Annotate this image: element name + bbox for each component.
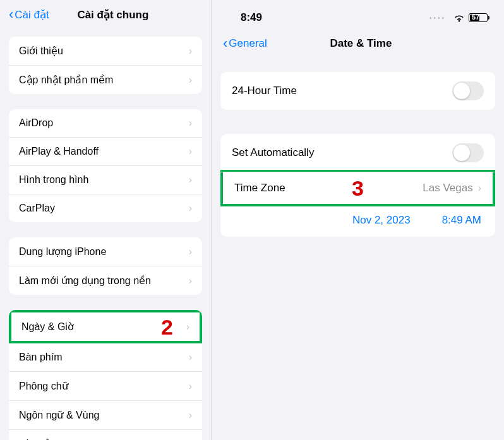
row-language-region[interactable]: Ngôn ngữ & Vùng ›: [9, 401, 202, 430]
chevron-right-icon: ›: [189, 381, 192, 392]
row-iphone-storage[interactable]: Dung lượng iPhone ›: [9, 237, 202, 266]
settings-group-about: Giới thiệu › Cập nhật phần mềm ›: [9, 37, 202, 94]
row-label: Hình trong hình: [19, 174, 189, 186]
toggle-set-automatically[interactable]: [452, 143, 484, 162]
row-pip[interactable]: Hình trong hình ›: [9, 166, 202, 194]
left-scroll[interactable]: Giới thiệu › Cập nhật phần mềm › AirDrop…: [0, 29, 211, 440]
row-dictionary[interactable]: Từ điển ›: [9, 430, 202, 440]
right-title: Date & Time: [229, 37, 493, 50]
row-set-automatically: Set Automatically: [220, 134, 495, 172]
left-settings-pane: ‹ Cài đặt Cài đặt chung Giới thiệu › Cập…: [0, 0, 212, 440]
group-timezone: Set Automatically Time Zone 3 Las Vegas …: [220, 134, 495, 237]
row-date-time[interactable]: Ngày & Giờ 2 ›: [9, 310, 202, 343]
row-label: Time Zone: [234, 182, 423, 194]
settings-group-system: Ngày & Giờ 2 › Bàn phím › Phông chữ › Ng…: [9, 310, 202, 440]
row-label: AirPlay & Handoff: [19, 146, 189, 157]
row-airdrop[interactable]: AirDrop ›: [9, 109, 202, 138]
row-label: 24-Hour Time: [232, 85, 452, 97]
toggle-24-hour[interactable]: [452, 81, 484, 100]
cellular-dots-icon: ••••: [429, 15, 446, 21]
row-fonts[interactable]: Phông chữ ›: [9, 372, 202, 401]
settings-group-storage: Dung lượng iPhone › Làm mới ứng dụng tro…: [9, 237, 202, 295]
row-carplay[interactable]: CarPlay ›: [9, 194, 202, 222]
row-label: Cập nhật phần mềm: [19, 74, 189, 86]
row-label: AirDrop: [19, 117, 189, 129]
status-time: 8:49: [241, 11, 262, 24]
right-date-time-pane: 8:49 •••• 57 ‹ General Date & Time 24-Ho…: [212, 0, 504, 440]
chevron-right-icon: ›: [478, 182, 481, 194]
chevron-left-icon: ‹: [223, 35, 227, 52]
row-airplay[interactable]: AirPlay & Handoff ›: [9, 138, 202, 166]
row-label: Làm mới ứng dụng trong nền: [19, 275, 189, 287]
current-time: 8:49 AM: [442, 214, 481, 227]
row-label: Set Automatically: [232, 146, 452, 159]
chevron-right-icon: ›: [189, 117, 192, 129]
row-background-refresh[interactable]: Làm mới ứng dụng trong nền ›: [9, 266, 202, 295]
row-label: Phông chữ: [19, 380, 189, 392]
settings-group-connectivity: AirDrop › AirPlay & Handoff › Hình trong…: [9, 109, 202, 222]
chevron-right-icon: ›: [189, 45, 192, 57]
wifi-icon: [453, 14, 465, 22]
row-label: Giới thiệu: [19, 45, 189, 57]
row-label: Ngôn ngữ & Vùng: [19, 409, 189, 421]
chevron-right-icon: ›: [186, 321, 189, 333]
current-date: Nov 2, 2023: [352, 214, 411, 227]
row-label: Bàn phím: [19, 352, 189, 363]
chevron-right-icon: ›: [189, 410, 192, 421]
battery-percent: 57: [472, 13, 479, 21]
left-title: Cài đặt chung: [24, 8, 202, 21]
chevron-right-icon: ›: [189, 203, 192, 214]
row-label: Dung lượng iPhone: [19, 246, 189, 258]
annotation-number-3: 3: [352, 176, 364, 201]
battery-icon: 57: [469, 13, 488, 22]
row-current-datetime[interactable]: Nov 2, 2023 8:49 AM: [220, 204, 495, 237]
row-keyboard[interactable]: Bàn phím ›: [9, 343, 202, 372]
row-software-update[interactable]: Cập nhật phần mềm ›: [9, 66, 202, 94]
timezone-value: Las Vegas: [423, 182, 472, 194]
annotation-number-2: 2: [161, 314, 173, 339]
row-time-zone[interactable]: Time Zone 3 Las Vegas ›: [223, 172, 493, 204]
row-label: CarPlay: [19, 203, 189, 214]
chevron-right-icon: ›: [189, 74, 192, 86]
status-icons: •••• 57: [429, 13, 488, 22]
row-24-hour: 24-Hour Time: [220, 72, 495, 110]
chevron-right-icon: ›: [189, 174, 192, 186]
timezone-highlight: Time Zone 3 Las Vegas ›: [220, 170, 495, 206]
group-24-hour: 24-Hour Time: [220, 72, 495, 110]
status-bar: 8:49 •••• 57: [212, 0, 504, 30]
left-header: ‹ Cài đặt Cài đặt chung: [0, 0, 211, 29]
right-header: ‹ General Date & Time: [212, 30, 504, 63]
chevron-right-icon: ›: [189, 246, 192, 258]
chevron-right-icon: ›: [189, 352, 192, 363]
chevron-right-icon: ›: [189, 275, 192, 287]
row-about[interactable]: Giới thiệu ›: [9, 37, 202, 66]
chevron-left-icon: ‹: [9, 6, 13, 23]
chevron-right-icon: ›: [189, 146, 192, 157]
